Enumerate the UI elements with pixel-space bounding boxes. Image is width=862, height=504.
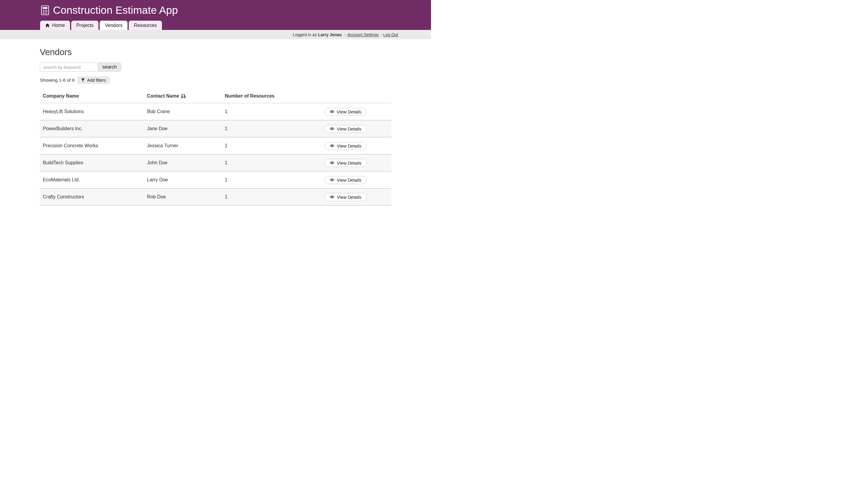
- search-button[interactable]: search: [98, 63, 121, 71]
- add-filters-label: Add filters: [87, 78, 106, 83]
- company-name-cell: HeavyLift Solutions: [40, 103, 144, 120]
- company-name-cell: BuildTech Supplies: [40, 155, 144, 172]
- company-name-cell: PowerBuilders Inc.: [40, 120, 144, 137]
- view-details-label: View Details: [337, 195, 361, 200]
- view-details-label: View Details: [337, 177, 361, 183]
- calculator-icon: [41, 5, 49, 15]
- column-header-company: Company Name: [40, 91, 144, 103]
- resources-count-cell: 1: [222, 137, 297, 155]
- contact-name-cell: Rob Doe: [144, 188, 222, 205]
- actions-cell: View Details: [297, 155, 391, 172]
- column-header-actions: [297, 91, 391, 103]
- vendor-table: Company Name Contact Name: [40, 91, 391, 205]
- contact-name-cell: Bob Crane: [144, 103, 222, 120]
- vendor-table-body: HeavyLift Solutions Bob Crane 1 View Det…: [40, 103, 391, 205]
- separator: -: [344, 32, 346, 37]
- contact-name-cell: John Doe: [144, 155, 222, 172]
- eye-icon: [329, 161, 335, 164]
- page-title: Vendors: [40, 47, 431, 57]
- logged-in-username: Larry Jonas: [318, 32, 341, 37]
- nav-tabs: Home Projects Vendors Resources: [40, 21, 162, 30]
- home-icon: [45, 23, 50, 28]
- app-title: Construction Estimate App: [53, 4, 178, 16]
- view-details-button[interactable]: View Details: [324, 176, 366, 184]
- actions-cell: View Details: [297, 172, 391, 188]
- column-header-contact: Contact Name: [144, 91, 222, 103]
- eye-icon: [329, 178, 335, 182]
- tab-resources[interactable]: Resources: [129, 21, 161, 30]
- log-out-link[interactable]: Log Out: [383, 32, 398, 37]
- table-row: PowerBuilders Inc. Jane Doe 1 View Detai…: [40, 120, 391, 137]
- view-details-button[interactable]: View Details: [324, 142, 366, 150]
- tab-vendors-label: Vendors: [105, 23, 122, 28]
- column-header-resources: Number of Resources: [222, 91, 297, 103]
- eye-icon: [329, 195, 335, 199]
- view-details-label: View Details: [337, 160, 361, 165]
- app-header: Construction Estimate App Home Projects …: [0, 0, 431, 30]
- view-details-label: View Details: [337, 143, 361, 148]
- search-input[interactable]: [40, 63, 98, 71]
- view-details-button[interactable]: View Details: [324, 108, 366, 116]
- eye-icon: [329, 144, 335, 148]
- separator: -: [380, 32, 382, 37]
- view-details-label: View Details: [337, 109, 361, 114]
- actions-cell: View Details: [297, 137, 391, 155]
- brand: Construction Estimate App: [0, 0, 431, 16]
- contact-name-cell: Jane Doe: [144, 120, 222, 137]
- actions-cell: View Details: [297, 103, 391, 120]
- resources-count-cell: 1: [222, 188, 297, 205]
- showing-count-text: Showing 1-6 of 6: [40, 78, 75, 83]
- sort-ascending-icon[interactable]: [181, 94, 186, 99]
- actions-cell: View Details: [297, 120, 391, 137]
- eye-icon: [329, 110, 335, 114]
- view-details-button[interactable]: View Details: [324, 193, 366, 201]
- contact-name-cell: Larry Doe: [144, 172, 222, 188]
- table-row: BuildTech Supplies John Doe 1 View Detai…: [40, 155, 391, 172]
- user-bar: Logged in as Larry Jonas - Account Setti…: [0, 30, 431, 39]
- actions-cell: View Details: [297, 188, 391, 205]
- filter-icon: [81, 78, 85, 82]
- table-row: EcoMaterials Ltd. Larry Doe 1 View Detai…: [40, 172, 391, 188]
- table-row: Precision Concrete Works Jessica Turner …: [40, 137, 391, 155]
- tab-home-label: Home: [52, 23, 65, 28]
- view-details-button[interactable]: View Details: [324, 125, 366, 133]
- main-content: Vendors search Showing 1-6 of 6 Add filt…: [0, 39, 431, 205]
- company-name-cell: EcoMaterials Ltd.: [40, 172, 144, 188]
- company-name-cell: Precision Concrete Works: [40, 137, 144, 155]
- resources-count-cell: 1: [222, 103, 297, 120]
- resources-count-cell: 1: [222, 120, 297, 137]
- eye-icon: [329, 127, 335, 131]
- tab-home[interactable]: Home: [40, 21, 70, 30]
- vendor-table-header: Company Name Contact Name: [40, 91, 391, 103]
- tab-projects[interactable]: Projects: [71, 21, 99, 30]
- logged-in-prefix: Logged in as: [293, 32, 317, 37]
- add-filters-button[interactable]: Add filters: [78, 77, 109, 84]
- view-details-button[interactable]: View Details: [324, 159, 366, 167]
- filter-row: Showing 1-6 of 6 Add filters: [40, 77, 431, 84]
- tab-resources-label: Resources: [134, 23, 157, 28]
- tab-projects-label: Projects: [76, 23, 94, 28]
- view-details-label: View Details: [337, 126, 361, 131]
- search-group: search: [40, 63, 431, 71]
- contact-name-cell: Jessica Turner: [144, 137, 222, 155]
- resources-count-cell: 1: [222, 155, 297, 172]
- resources-count-cell: 1: [222, 172, 297, 188]
- account-settings-link[interactable]: Account Settings: [347, 32, 379, 37]
- table-row: Crafty Constructors Rob Doe 1 View Detai…: [40, 188, 391, 205]
- company-name-cell: Crafty Constructors: [40, 188, 144, 205]
- table-row: HeavyLift Solutions Bob Crane 1 View Det…: [40, 103, 391, 120]
- tab-vendors[interactable]: Vendors: [100, 21, 128, 30]
